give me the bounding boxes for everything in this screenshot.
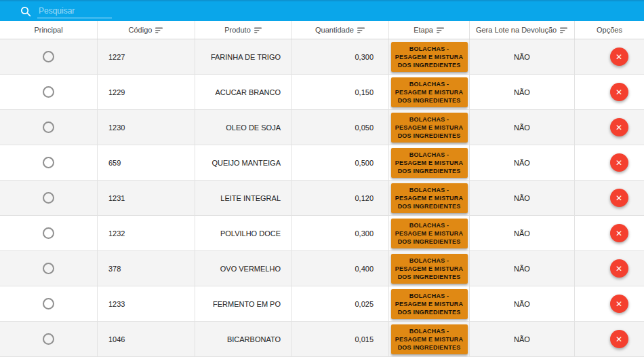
close-icon: ✕ [616,53,622,61]
sort-icon[interactable] [254,27,262,34]
table-row: 1046 BICARBONATO 0,015 BOLACHAS -PESAGEM… [0,322,644,357]
close-icon: ✕ [616,335,622,343]
principal-radio[interactable] [43,227,54,239]
opcoes-cell: ✕ [574,322,644,356]
table-row: 378 OVO VERMELHO 0,400 BOLACHAS -PESAGEM… [0,251,644,286]
gera-lote-cell: NÃO [469,145,574,180]
principal-cell [0,39,97,74]
etapa-badge[interactable]: BOLACHAS -PESAGEM E MISTURADOS INGREDIEN… [391,254,468,284]
close-icon: ✕ [616,88,622,96]
table-row: 659 QUEIJO MANTEIGA 0,500 BOLACHAS -PESA… [0,145,644,181]
gera-lote-cell: NÃO [469,322,574,356]
produto-cell: QUEIJO MANTEIGA [195,145,291,180]
column-label: Etapa [414,26,433,34]
close-icon: ✕ [616,229,622,238]
table-header: Principal Código Produto Quantidade [0,21,644,39]
quantidade-cell: 0,500 [291,145,388,180]
delete-button[interactable]: ✕ [610,189,628,207]
principal-radio[interactable] [43,51,54,62]
principal-cell [0,181,97,215]
principal-cell [0,110,97,145]
etapa-cell: BOLACHAS -PESAGEM E MISTURADOS INGREDIEN… [388,322,469,356]
column-header-codigo[interactable]: Código [97,21,195,39]
sort-icon[interactable] [155,27,163,34]
principal-radio[interactable] [43,263,54,274]
etapa-badge[interactable]: BOLACHAS -PESAGEM E MISTURADOS INGREDIEN… [391,77,468,107]
close-icon: ✕ [616,124,622,132]
quantidade-cell: 0,050 [291,110,388,145]
column-header-gera-lote[interactable]: Gera Lote na Devolução [469,21,574,39]
column-label: Código [129,26,153,34]
produto-cell: FARINHA DE TRIGO [195,39,291,74]
principal-cell [0,145,97,180]
etapa-cell: BOLACHAS -PESAGEM E MISTURADOS INGREDIEN… [388,145,469,180]
gera-lote-cell: NÃO [469,75,574,109]
opcoes-cell: ✕ [574,286,644,321]
etapa-badge[interactable]: BOLACHAS -PESAGEM E MISTURADOS INGREDIEN… [391,289,468,319]
delete-button[interactable]: ✕ [610,224,628,242]
opcoes-cell: ✕ [574,145,644,180]
etapa-badge[interactable]: BOLACHAS -PESAGEM E MISTURADOS INGREDIEN… [391,324,468,354]
search-input[interactable] [37,5,112,18]
principal-cell [0,251,97,286]
column-label: Opções [597,26,622,34]
codigo-cell: 659 [97,145,195,180]
search-icon [20,6,31,17]
gera-lote-cell: NÃO [469,110,574,145]
produto-cell: FERMENTO EM PO [195,286,291,321]
table-body: 1227 FARINHA DE TRIGO 0,300 BOLACHAS -PE… [0,39,644,357]
column-header-principal: Principal [0,21,97,39]
table-row: 1229 ACUCAR BRANCO 0,150 BOLACHAS -PESAG… [0,75,644,110]
delete-button[interactable]: ✕ [610,153,628,172]
principal-radio[interactable] [43,192,54,204]
delete-button[interactable]: ✕ [610,330,628,348]
etapa-badge[interactable]: BOLACHAS -PESAGEM E MISTURADOS INGREDIEN… [391,148,468,178]
principal-radio[interactable] [43,86,54,98]
search-bar [0,0,644,21]
codigo-cell: 1232 [97,216,195,250]
quantidade-cell: 0,015 [291,322,388,356]
close-icon: ✕ [616,300,622,308]
etapa-badge[interactable]: BOLACHAS -PESAGEM E MISTURADOS INGREDIEN… [391,113,468,143]
etapa-badge[interactable]: BOLACHAS -PESAGEM E MISTURADOS INGREDIEN… [391,183,468,213]
delete-button[interactable]: ✕ [610,295,628,313]
gera-lote-cell: NÃO [469,181,574,215]
principal-cell [0,286,97,321]
principal-radio[interactable] [43,298,54,309]
principal-radio[interactable] [43,157,54,168]
gera-lote-cell: NÃO [469,286,574,321]
delete-button[interactable]: ✕ [610,118,628,136]
produto-cell: POLVILHO DOCE [195,216,291,250]
quantidade-cell: 0,120 [291,181,388,215]
etapa-badge[interactable]: BOLACHAS -PESAGEM E MISTURADOS INGREDIEN… [391,219,468,248]
produto-cell: ACUCAR BRANCO [195,75,291,109]
produto-cell: BICARBONATO [195,322,291,356]
opcoes-cell: ✕ [574,216,644,250]
produto-cell: OVO VERMELHO [195,251,291,286]
principal-radio[interactable] [43,333,54,345]
sort-icon[interactable] [357,27,365,34]
sort-icon[interactable] [437,27,445,34]
delete-button[interactable]: ✕ [610,48,628,66]
column-label: Principal [34,26,62,34]
delete-button[interactable]: ✕ [610,259,628,278]
principal-radio[interactable] [43,121,54,133]
delete-button[interactable]: ✕ [610,83,628,101]
close-icon: ✕ [616,159,622,167]
column-header-quantidade[interactable]: Quantidade [291,21,388,39]
column-header-opcoes: Opções [574,21,644,39]
column-header-produto[interactable]: Produto [195,21,291,39]
etapa-badge[interactable]: BOLACHAS -PESAGEM E MISTURADOS INGREDIEN… [391,42,468,72]
products-table: Principal Código Produto Quantidade [0,21,644,357]
table-row: 1232 POLVILHO DOCE 0,300 BOLACHAS -PESAG… [0,216,644,251]
etapa-cell: BOLACHAS -PESAGEM E MISTURADOS INGREDIEN… [388,216,469,250]
gera-lote-cell: NÃO [469,251,574,286]
principal-cell [0,322,97,356]
column-header-etapa[interactable]: Etapa [388,21,469,39]
codigo-cell: 1231 [97,181,195,215]
sort-icon[interactable] [560,27,568,34]
table-row: 1231 LEITE INTEGRAL 0,120 BOLACHAS -PESA… [0,181,644,216]
etapa-cell: BOLACHAS -PESAGEM E MISTURADOS INGREDIEN… [388,251,469,286]
opcoes-cell: ✕ [574,251,644,286]
principal-cell [0,216,97,250]
